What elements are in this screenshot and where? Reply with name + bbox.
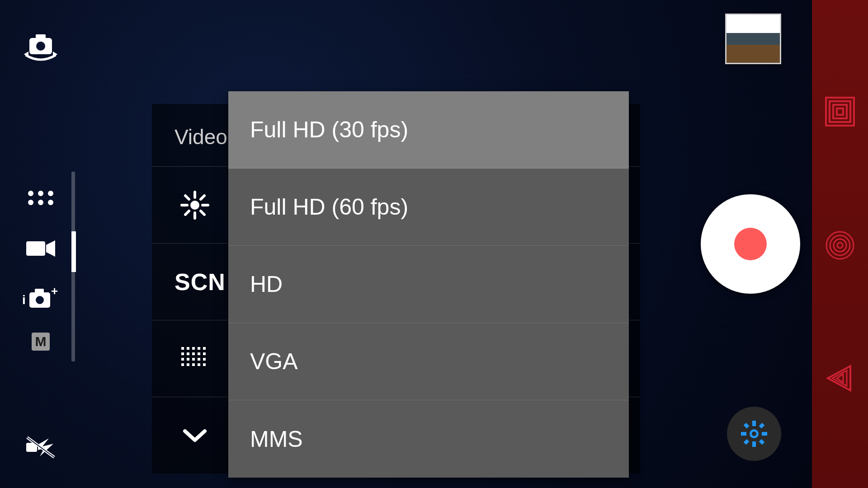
svg-point-24 — [190, 201, 199, 210]
chevron-down-icon — [175, 427, 215, 444]
svg-rect-56 — [837, 108, 843, 115]
camera-settings-button[interactable] — [727, 407, 781, 461]
svg-point-8 — [28, 200, 33, 205]
svg-rect-48 — [181, 363, 184, 366]
resolution-option-hd[interactable]: HD — [228, 246, 629, 323]
superior-auto-icon: i + — [22, 287, 59, 311]
svg-point-2 — [36, 42, 45, 51]
svg-rect-69 — [744, 423, 750, 429]
svg-point-10 — [48, 200, 53, 205]
svg-point-6 — [38, 191, 43, 196]
svg-rect-68 — [762, 432, 767, 436]
home-spiral-icon — [825, 230, 855, 260]
svg-point-59 — [834, 239, 846, 252]
svg-point-5 — [28, 191, 33, 196]
mode-apps-button[interactable] — [18, 175, 63, 221]
svg-point-60 — [837, 243, 843, 248]
nav-recent-apps-button[interactable] — [823, 95, 857, 128]
svg-rect-46 — [198, 358, 200, 361]
scene-label: SCN — [175, 268, 226, 296]
svg-line-30 — [201, 211, 204, 215]
svg-line-29 — [185, 196, 189, 199]
svg-marker-3 — [24, 52, 28, 58]
svg-rect-34 — [187, 347, 189, 350]
record-button[interactable] — [701, 194, 800, 294]
resolution-grid-icon — [175, 347, 215, 371]
svg-rect-41 — [198, 352, 200, 355]
svg-rect-37 — [203, 347, 206, 350]
svg-rect-52 — [203, 363, 206, 366]
option-label: MMS — [250, 426, 303, 452]
svg-rect-49 — [187, 363, 189, 366]
mode-rail-scroll-thumb — [71, 231, 76, 272]
svg-rect-67 — [741, 432, 746, 436]
svg-rect-42 — [203, 352, 206, 355]
svg-rect-35 — [192, 347, 195, 350]
mode-manual-button[interactable]: M — [18, 319, 63, 364]
flash-toggle-button[interactable] — [18, 425, 63, 470]
svg-rect-33 — [181, 347, 184, 350]
svg-rect-71 — [744, 439, 750, 445]
gear-icon — [740, 420, 768, 448]
manual-mode-icon: M — [30, 331, 52, 352]
flash-off-icon — [24, 434, 57, 461]
svg-text:+: + — [51, 287, 58, 298]
brightness-icon — [175, 189, 215, 221]
svg-rect-51 — [198, 363, 200, 366]
svg-point-73 — [752, 432, 756, 436]
resolution-option-full-hd-60[interactable]: Full HD (60 fps) — [228, 169, 629, 246]
nav-back-button[interactable] — [823, 361, 857, 395]
resolution-option-mms[interactable]: MMS — [228, 400, 629, 478]
mode-superior-auto-button[interactable]: i + — [18, 277, 63, 322]
svg-rect-11 — [26, 241, 45, 256]
svg-line-31 — [201, 196, 204, 199]
left-mode-rail: i + M — [0, 0, 81, 488]
resolution-option-full-hd-30[interactable]: Full HD (30 fps) — [228, 91, 629, 169]
svg-point-9 — [38, 200, 43, 205]
svg-rect-43 — [181, 358, 184, 361]
svg-point-16 — [36, 296, 44, 304]
resolution-dropdown: Full HD (30 fps) Full HD (60 fps) HD VGA… — [228, 91, 629, 478]
svg-rect-45 — [192, 358, 195, 361]
record-dot-icon — [734, 228, 767, 260]
svg-text:i: i — [22, 293, 26, 307]
back-triangle-icon — [823, 361, 857, 395]
option-label: VGA — [250, 348, 298, 375]
svg-rect-39 — [187, 352, 189, 355]
svg-point-7 — [48, 191, 53, 196]
svg-rect-40 — [192, 352, 195, 355]
switch-camera-icon — [23, 33, 58, 63]
svg-rect-65 — [752, 421, 756, 426]
switch-camera-button[interactable] — [18, 25, 63, 70]
svg-rect-72 — [759, 439, 765, 445]
svg-rect-55 — [833, 105, 847, 118]
option-label: HD — [250, 271, 283, 297]
option-label: Full HD (30 fps) — [250, 117, 408, 143]
mode-rail-scroll-indicator — [71, 172, 75, 361]
gallery-thumbnail-button[interactable] — [725, 14, 781, 64]
video-camera-icon — [24, 238, 57, 259]
settings-tab-label: Video — [175, 125, 227, 149]
svg-rect-38 — [181, 352, 184, 355]
svg-rect-66 — [752, 441, 756, 447]
system-nav-bar — [812, 0, 868, 488]
svg-marker-12 — [46, 240, 55, 257]
svg-text:M: M — [35, 334, 47, 349]
recent-apps-icon — [823, 95, 857, 128]
svg-rect-50 — [192, 363, 195, 366]
svg-rect-36 — [198, 347, 200, 350]
svg-marker-4 — [53, 52, 57, 58]
svg-rect-44 — [187, 358, 189, 361]
svg-rect-15 — [35, 289, 44, 293]
nav-home-button[interactable] — [825, 230, 855, 260]
svg-rect-47 — [203, 358, 206, 361]
resolution-option-vga[interactable]: VGA — [228, 323, 629, 400]
apps-grid-icon — [27, 189, 54, 207]
svg-rect-70 — [759, 423, 765, 429]
svg-line-32 — [185, 211, 189, 215]
option-label: Full HD (60 fps) — [250, 194, 408, 220]
svg-rect-1 — [36, 34, 46, 39]
mode-video-button[interactable] — [18, 226, 63, 271]
